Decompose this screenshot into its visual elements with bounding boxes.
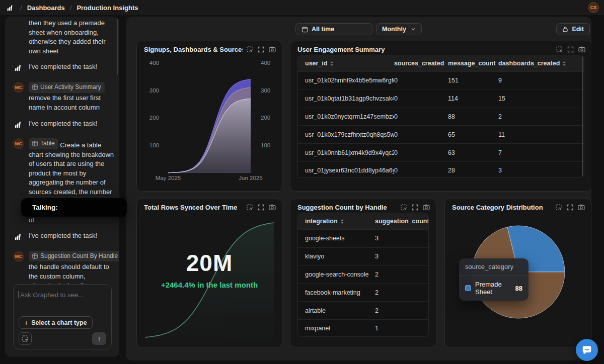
table-row: usr_01k0nnb61jxm4k9d9x4yqc2z0x0637 [298,143,584,161]
table-row: usr_01k0z0nyctqrm1z47sembzxgqe0882 [298,108,584,126]
select-region-icon[interactable] [247,46,253,53]
support-chat-button[interactable] [576,339,598,361]
svg-text:400: 400 [261,60,270,66]
column-header[interactable]: suggestion_count [375,218,428,225]
table-row: usr_01k0qtat1b31agp9chvzsak4we011415 [298,89,584,108]
signups-area-chart: 400400300300200200100100May 2025Jun 2025 [137,55,283,192]
table-icon [32,141,38,146]
table-row: usr_01jysexr63nc01dd8yp46a6yvs0283 [298,161,584,178]
svg-text:300: 300 [261,87,270,94]
pie-tooltip-value: 88 [515,285,522,292]
svg-text:200: 200 [149,115,159,121]
chart-reference-chip[interactable]: Table [29,138,58,149]
svg-text:100: 100 [261,142,270,148]
message-text: remove the first user first name in acco… [29,94,101,111]
card-title: Signups, Dashboards & Sources Over... [144,46,243,53]
table-scrollbar[interactable] [582,56,583,176]
chart-reference-chip[interactable]: Suggestion Count By Handle [29,251,119,262]
card-source-category: Source Category Distribution source_cate… [444,199,591,347]
chat-message-user: MC Suggestion Count By Handle the handle… [13,251,114,284]
select-region-icon[interactable] [247,204,253,211]
chat-input-box[interactable]: Ask Graphed to see... + Select a chart t… [13,284,112,349]
table-row: usr_01k02hmhf9x4b5e5mw6rgfddnw01519 [298,71,584,89]
engagement-table: user_id sources_created message_count da… [297,55,584,178]
sidebar-scrollbar[interactable] [117,19,118,75]
fullscreen-icon[interactable] [258,46,264,53]
lock-icon [562,26,568,32]
pie-tooltip-label: Premade Sheet [475,281,511,296]
select-region-icon [22,335,29,342]
sort-icon [330,61,334,66]
chat-history: then they used a premade sheet when onbo… [5,17,119,284]
card-title: Suggestion Count by Handle [297,204,397,211]
chat-message-user: MC User Activity Summary remove the firs… [13,82,114,113]
send-button[interactable]: ↑ [92,332,106,345]
user-avatar[interactable]: CS [588,2,599,13]
svg-text:300: 300 [149,87,159,94]
chart-reference-chip[interactable]: User Activity Summary [29,82,105,93]
breadcrumb-separator: / [70,4,72,12]
assistant-avatar-icon [13,235,23,243]
select-region-icon[interactable] [556,204,562,211]
svg-text:200: 200 [261,115,270,121]
user-avatar-mc: MC [13,82,24,93]
time-range-button[interactable]: All time [295,23,372,35]
table-row: facebook-marketing2 [298,283,428,301]
sort-icon [340,219,344,224]
talking-tooltip: Talking: [21,198,127,217]
user-avatar-mc: MC [13,138,24,149]
pie-tooltip-row: Premade Sheet 88 [459,276,528,301]
fullscreen-icon[interactable] [258,204,264,211]
plus-icon: + [24,319,28,327]
card-title: Source Category Distribution [452,204,552,211]
select-region-button[interactable] [19,332,32,345]
column-header[interactable]: integration [305,218,375,225]
screenshot-icon[interactable] [269,204,276,211]
card-suggestion-count: Suggestion Count by Handle integration s… [290,199,436,347]
chat-message-assistant: I've completed the task! [13,119,114,132]
select-chart-type-button[interactable]: + Select a chart type [19,316,93,329]
screenshot-icon[interactable] [578,204,585,211]
table-header-row: integration suggestion_count [298,213,428,229]
breadcrumb-separator: / [20,4,22,12]
table-row: google-sheets3 [298,229,428,247]
suggestions-table: integration suggestion_count google-shee… [297,213,429,337]
column-header[interactable]: message_count [448,60,498,67]
breadcrumb-dashboards[interactable]: Dashboards [27,4,65,12]
screenshot-icon[interactable] [578,46,585,53]
chat-message-assistant: I've completed the task! [13,62,114,75]
chat-message-assistant: I've completed the task! [13,231,114,244]
select-region-icon[interactable] [401,204,407,211]
fullscreen-icon[interactable] [412,204,418,211]
card-rows-synced: Total Rows Synced Over Time 20M +2464.4%… [136,199,282,347]
table-row: google-search-console2 [298,265,428,284]
svg-text:Jun 2025: Jun 2025 [239,175,262,181]
column-header[interactable]: user_id [305,60,394,67]
column-header[interactable]: sources_created [394,60,448,67]
card-signups-area: Signups, Dashboards & Sources Over... 40… [136,41,282,192]
svg-text:100: 100 [149,142,159,148]
chat-bubble-icon [581,344,592,355]
screenshot-icon[interactable] [423,204,430,211]
metric-value: 20M [137,249,282,277]
granularity-select[interactable]: Monthly [376,23,422,35]
table-row: usr_01k0x179czfhrxtz0qh8qs5w8306511 [298,125,584,143]
table-header-row: user_id sources_created message_count da… [298,55,584,71]
dashboard-toolbar: All time Monthly [126,23,591,35]
svg-text:400: 400 [149,60,159,66]
chat-input-placeholder: Ask Graphed to see... [20,291,84,299]
fullscreen-icon[interactable] [567,46,574,53]
fullscreen-icon[interactable] [567,204,573,211]
card-title: User Engagement Summary [297,46,552,53]
topbar: / Dashboards / Production Insights CS [0,0,604,15]
column-header[interactable]: dashboards_created [498,60,584,67]
user-avatar-mc: MC [13,251,24,262]
chat-message-user: then they used a premade sheet when onbo… [13,19,114,56]
app-logo-icon[interactable] [5,3,15,13]
screenshot-icon[interactable] [269,46,276,53]
edit-button[interactable]: Edit [556,23,590,35]
select-region-icon[interactable] [556,46,563,53]
message-text: I've completed the task! [29,119,114,132]
card-user-engagement: User Engagement Summary user_id sources_… [290,41,591,192]
metric-delta: +2464.4% in the last month [137,281,282,289]
